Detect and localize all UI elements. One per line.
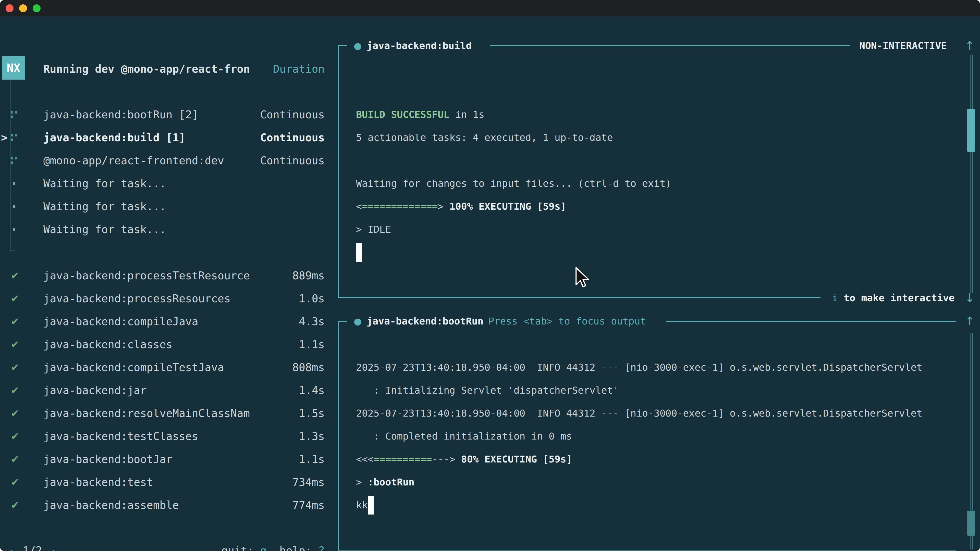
bootrun-pane-corner-stub	[338, 321, 347, 322]
build-pane-status-bullet-icon: ●	[354, 41, 362, 51]
task-spinner-icon	[11, 111, 18, 118]
task-status: Continuous	[260, 149, 325, 172]
task-label: java-backend:bootJar	[43, 448, 172, 471]
task-success-check-icon: ✔	[11, 476, 19, 488]
terminal-line: 2025-07-23T13:40:18.950-04:00 INFO 44312…	[356, 402, 922, 425]
help-hint-key: ?	[318, 545, 325, 551]
terminal-line: 2025-07-23T13:40:18.950-04:00 INFO 44312…	[356, 356, 922, 379]
zoom-window-button[interactable]	[33, 4, 41, 12]
task-tree-guide-corner	[10, 251, 15, 251]
task-row[interactable]: ✔java-backend:processTestResource889ms	[0, 264, 325, 287]
terminal-line: : Initializing Servlet 'dispatcherServle…	[356, 379, 619, 402]
terminal-line: BUILD SUCCESSFUL in 1s	[356, 103, 484, 126]
build-pane-header: ● java-backend:build	[354, 34, 472, 57]
task-success-check-icon: ✔	[11, 270, 19, 281]
task-row[interactable]: ✔java-backend:test734ms	[0, 471, 325, 494]
minimize-window-button[interactable]	[19, 4, 27, 12]
terminal-content: NX Running dev @mono-app/react-fron Dura…	[0, 16, 980, 551]
task-duration: 1.0s	[299, 287, 325, 310]
task-row[interactable]: Waiting for task...	[0, 195, 325, 218]
build-pane-scrollbar-thumb[interactable]	[967, 109, 975, 152]
task-row[interactable]: java-backend:build [1]Continuous	[0, 126, 325, 149]
build-pane-mode-badge: NON-INTERACTIVE	[859, 34, 947, 57]
task-label: java-backend:classes	[43, 333, 172, 356]
task-success-check-icon: ✔	[11, 338, 19, 350]
task-duration: 1.4s	[299, 379, 325, 402]
build-pane-header-rule	[490, 45, 850, 46]
task-label: java-backend:test	[43, 471, 153, 494]
build-pane-title: java-backend:build	[367, 40, 472, 51]
task-label: java-backend:compileJava	[43, 310, 198, 333]
task-label: Waiting for task...	[43, 195, 166, 218]
task-label: java-backend:compileTestJava	[43, 356, 224, 379]
task-pending-dot-icon	[13, 228, 15, 230]
task-label: java-backend:build [1]	[43, 126, 185, 149]
task-duration: 734ms	[293, 471, 325, 494]
close-window-button[interactable]	[6, 4, 14, 12]
task-spinner-icon	[11, 157, 18, 164]
terminal-line: <=============> 100% EXECUTING [59s]	[356, 195, 566, 218]
task-row[interactable]: ✔java-backend:processResources1.0s	[0, 287, 325, 310]
terminal-line: 5 actionable tasks: 4 executed, 1 up-to-…	[356, 126, 613, 149]
task-row[interactable]: ✔java-backend:compileTestJava808ms	[0, 356, 325, 379]
task-duration: 1.1s	[299, 448, 325, 471]
build-pane-scroll-up-icon[interactable]: ↑	[962, 34, 977, 57]
task-label: java-backend:assemble	[43, 494, 179, 516]
task-pending-dot-icon	[13, 205, 15, 208]
task-row[interactable]: ✔java-backend:compileJava4.3s	[0, 310, 325, 333]
task-row[interactable]: ✔java-backend:classes1.1s	[0, 333, 325, 356]
task-row[interactable]: Waiting for task...	[0, 218, 325, 241]
task-success-check-icon: ✔	[11, 430, 19, 442]
bootrun-pane-left-border	[338, 321, 339, 551]
task-duration: 889ms	[293, 264, 325, 287]
terminal-block-cursor	[368, 495, 374, 514]
task-duration: 1.5s	[299, 402, 325, 425]
bootrun-pane-scroll-up-icon[interactable]: ↑	[962, 310, 977, 333]
task-duration: 774ms	[293, 494, 325, 516]
task-row[interactable]: ✔java-backend:bootJar1.1s	[0, 448, 325, 471]
build-pane-corner-stub	[338, 45, 347, 46]
terminal-line: kk	[356, 494, 374, 516]
terminal-line: Waiting for changes to input files... (c…	[356, 172, 671, 195]
task-label: java-backend:resolveMainClassNam	[43, 402, 250, 425]
task-label: java-backend:jar	[43, 379, 147, 402]
task-label: @mono-app/react-frontend:dev	[43, 149, 224, 172]
interactive-hint-key: i	[832, 292, 838, 303]
task-row[interactable]: Waiting for task...	[0, 172, 325, 195]
task-success-check-icon: ✔	[11, 384, 19, 396]
task-row[interactable]: ✔java-backend:resolveMainClassNam1.5s	[0, 402, 325, 425]
task-row[interactable]: java-backend:bootRun [2]Continuous	[0, 103, 325, 126]
duration-column-header: Duration	[0, 57, 325, 80]
interactive-hint-text: to make interactive	[844, 292, 955, 303]
bootrun-pane-header-rule	[666, 321, 956, 322]
task-row[interactable]: ✔java-backend:jar1.4s	[0, 379, 325, 402]
task-success-check-icon: ✔	[11, 292, 19, 304]
help-hint-label: help:	[280, 545, 312, 551]
terminal-line: > :bootRun	[356, 471, 414, 494]
task-row[interactable]: ✔java-backend:assemble774ms	[0, 494, 325, 516]
task-success-check-icon: ✔	[11, 407, 19, 419]
terminal-line	[356, 241, 362, 264]
window-titlebar[interactable]	[0, 0, 980, 16]
task-row[interactable]: ✔java-backend:testClasses1.3s	[0, 425, 325, 448]
mouse-cursor	[575, 267, 590, 288]
task-status: Continuous	[260, 126, 325, 149]
task-duration: 1.1s	[299, 333, 325, 356]
task-label: java-backend:testClasses	[43, 425, 198, 448]
bootrun-pane-focus-hint: Press <tab> to focus output	[488, 316, 646, 327]
quit-hint-key: q	[260, 545, 266, 551]
task-status: Continuous	[260, 103, 325, 126]
task-row[interactable]: @mono-app/react-frontend:devContinuous	[0, 149, 325, 172]
task-spinner-icon	[11, 134, 18, 141]
task-label: java-backend:processTestResource	[43, 264, 250, 287]
bootrun-pane-title: java-backend:bootRun	[367, 316, 484, 327]
bootrun-pane-status-bullet-icon: ●	[354, 316, 362, 327]
task-pending-dot-icon	[13, 183, 15, 185]
task-label: java-backend:processResources	[43, 287, 231, 310]
bootrun-pane-scrollbar-thumb[interactable]	[967, 511, 975, 536]
build-pane-scrollbar-track[interactable]	[970, 55, 973, 293]
build-pane-left-border	[338, 45, 339, 298]
task-success-check-icon: ✔	[11, 362, 19, 373]
task-success-check-icon: ✔	[11, 453, 19, 465]
terminal-line: > IDLE	[356, 218, 391, 241]
